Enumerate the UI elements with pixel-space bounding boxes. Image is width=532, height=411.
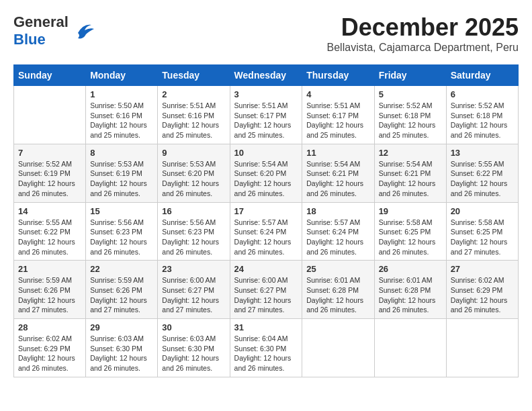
calendar-week-5: 28Sunrise: 6:02 AM Sunset: 6:29 PM Dayli…: [14, 319, 519, 377]
day-info: Sunrise: 5:58 AM Sunset: 6:25 PM Dayligh…: [379, 218, 442, 257]
calendar-cell: 8Sunrise: 5:53 AM Sunset: 6:19 PM Daylig…: [86, 144, 158, 202]
day-number: 15: [90, 206, 153, 216]
day-number: 27: [451, 264, 514, 274]
calendar-cell: 19Sunrise: 5:58 AM Sunset: 6:25 PM Dayli…: [374, 202, 446, 261]
calendar-cell: 22Sunrise: 5:59 AM Sunset: 6:26 PM Dayli…: [86, 261, 158, 319]
weekday-header-saturday: Saturday: [446, 65, 518, 86]
day-info: Sunrise: 5:51 AM Sunset: 6:17 PM Dayligh…: [234, 101, 298, 140]
calendar-cell: 11Sunrise: 5:54 AM Sunset: 6:21 PM Dayli…: [302, 144, 374, 202]
day-number: 8: [90, 148, 153, 158]
calendar-week-3: 14Sunrise: 5:55 AM Sunset: 6:22 PM Dayli…: [14, 202, 519, 261]
calendar-table: SundayMondayTuesdayWednesdayThursdayFrid…: [13, 64, 519, 377]
subtitle: Bellavista, Cajamarca Department, Peru: [327, 42, 519, 54]
day-info: Sunrise: 5:56 AM Sunset: 6:23 PM Dayligh…: [90, 218, 153, 257]
calendar-cell: [446, 319, 518, 377]
day-info: Sunrise: 5:58 AM Sunset: 6:25 PM Dayligh…: [451, 218, 514, 257]
calendar-week-2: 7Sunrise: 5:52 AM Sunset: 6:19 PM Daylig…: [14, 144, 519, 202]
calendar-cell: 21Sunrise: 5:59 AM Sunset: 6:26 PM Dayli…: [14, 261, 86, 319]
calendar-cell: 14Sunrise: 5:55 AM Sunset: 6:22 PM Dayli…: [14, 202, 86, 261]
logo-bird-icon: [71, 21, 95, 41]
day-number: 21: [18, 264, 81, 274]
day-number: 25: [306, 264, 369, 274]
calendar-cell: [302, 319, 374, 377]
calendar-cell: 30Sunrise: 6:03 AM Sunset: 6:30 PM Dayli…: [158, 319, 230, 377]
day-info: Sunrise: 5:51 AM Sunset: 6:16 PM Dayligh…: [162, 101, 225, 140]
title-section: December 2025 Bellavista, Cajamarca Depa…: [327, 13, 519, 54]
day-info: Sunrise: 5:52 AM Sunset: 6:18 PM Dayligh…: [451, 101, 514, 140]
day-info: Sunrise: 5:52 AM Sunset: 6:18 PM Dayligh…: [379, 101, 442, 140]
calendar-cell: 24Sunrise: 6:00 AM Sunset: 6:27 PM Dayli…: [230, 261, 302, 319]
day-number: 5: [379, 89, 442, 99]
day-number: 1: [90, 89, 153, 99]
logo: General Blue: [13, 13, 95, 48]
day-number: 6: [451, 89, 514, 99]
day-number: 4: [306, 89, 369, 99]
calendar-week-4: 21Sunrise: 5:59 AM Sunset: 6:26 PM Dayli…: [14, 261, 519, 319]
day-number: 30: [162, 322, 225, 332]
logo-blue: Blue: [13, 31, 46, 48]
calendar-cell: [14, 86, 86, 144]
calendar-cell: 20Sunrise: 5:58 AM Sunset: 6:25 PM Dayli…: [446, 202, 518, 261]
weekday-header-monday: Monday: [86, 65, 158, 86]
calendar-cell: 31Sunrise: 6:04 AM Sunset: 6:30 PM Dayli…: [230, 319, 302, 377]
day-number: 2: [162, 89, 225, 99]
weekday-header-friday: Friday: [374, 65, 446, 86]
day-number: 28: [18, 322, 81, 332]
day-info: Sunrise: 6:00 AM Sunset: 6:27 PM Dayligh…: [162, 275, 225, 315]
day-number: 20: [451, 206, 514, 216]
day-info: Sunrise: 5:59 AM Sunset: 6:26 PM Dayligh…: [90, 275, 153, 315]
calendar-cell: 7Sunrise: 5:52 AM Sunset: 6:19 PM Daylig…: [14, 144, 86, 202]
calendar-cell: 12Sunrise: 5:54 AM Sunset: 6:21 PM Dayli…: [374, 144, 446, 202]
day-info: Sunrise: 5:59 AM Sunset: 6:26 PM Dayligh…: [18, 275, 81, 315]
calendar-cell: 1Sunrise: 5:50 AM Sunset: 6:16 PM Daylig…: [86, 86, 158, 144]
calendar-cell: 15Sunrise: 5:56 AM Sunset: 6:23 PM Dayli…: [86, 202, 158, 261]
day-info: Sunrise: 5:51 AM Sunset: 6:17 PM Dayligh…: [306, 101, 369, 140]
month-title: December 2025: [327, 13, 519, 42]
calendar-cell: 5Sunrise: 5:52 AM Sunset: 6:18 PM Daylig…: [374, 86, 446, 144]
day-number: 29: [90, 322, 153, 332]
weekday-header-thursday: Thursday: [302, 65, 374, 86]
day-info: Sunrise: 6:01 AM Sunset: 6:28 PM Dayligh…: [306, 275, 369, 315]
day-info: Sunrise: 5:54 AM Sunset: 6:21 PM Dayligh…: [379, 159, 442, 199]
day-number: 23: [162, 264, 225, 274]
day-info: Sunrise: 5:56 AM Sunset: 6:23 PM Dayligh…: [162, 218, 225, 257]
day-number: 10: [234, 148, 298, 158]
day-info: Sunrise: 5:55 AM Sunset: 6:22 PM Dayligh…: [451, 159, 514, 199]
day-info: Sunrise: 5:53 AM Sunset: 6:19 PM Dayligh…: [90, 159, 153, 199]
day-number: 16: [162, 206, 225, 216]
day-info: Sunrise: 5:50 AM Sunset: 6:16 PM Dayligh…: [90, 101, 153, 140]
day-number: 24: [234, 264, 298, 274]
calendar-cell: 10Sunrise: 5:54 AM Sunset: 6:20 PM Dayli…: [230, 144, 302, 202]
day-info: Sunrise: 5:57 AM Sunset: 6:24 PM Dayligh…: [306, 218, 369, 257]
day-info: Sunrise: 5:53 AM Sunset: 6:20 PM Dayligh…: [162, 159, 225, 199]
weekday-header-tuesday: Tuesday: [158, 65, 230, 86]
day-number: 31: [234, 322, 298, 332]
day-info: Sunrise: 6:02 AM Sunset: 6:29 PM Dayligh…: [18, 334, 81, 373]
calendar-cell: 26Sunrise: 6:01 AM Sunset: 6:28 PM Dayli…: [374, 261, 446, 319]
day-number: 17: [234, 206, 298, 216]
day-number: 18: [306, 206, 369, 216]
day-number: 22: [90, 264, 153, 274]
day-number: 7: [18, 148, 81, 158]
calendar-cell: 4Sunrise: 5:51 AM Sunset: 6:17 PM Daylig…: [302, 86, 374, 144]
calendar-cell: 13Sunrise: 5:55 AM Sunset: 6:22 PM Dayli…: [446, 144, 518, 202]
day-info: Sunrise: 5:55 AM Sunset: 6:22 PM Dayligh…: [18, 218, 81, 257]
day-info: Sunrise: 6:02 AM Sunset: 6:29 PM Dayligh…: [451, 275, 514, 315]
day-info: Sunrise: 5:54 AM Sunset: 6:20 PM Dayligh…: [234, 159, 298, 199]
day-info: Sunrise: 6:03 AM Sunset: 6:30 PM Dayligh…: [162, 334, 225, 373]
day-number: 13: [451, 148, 514, 158]
day-number: 9: [162, 148, 225, 158]
day-info: Sunrise: 6:01 AM Sunset: 6:28 PM Dayligh…: [379, 275, 442, 315]
calendar-cell: 3Sunrise: 5:51 AM Sunset: 6:17 PM Daylig…: [230, 86, 302, 144]
weekday-header-wednesday: Wednesday: [230, 65, 302, 86]
calendar-cell: 6Sunrise: 5:52 AM Sunset: 6:18 PM Daylig…: [446, 86, 518, 144]
calendar-cell: 25Sunrise: 6:01 AM Sunset: 6:28 PM Dayli…: [302, 261, 374, 319]
calendar-header-row: SundayMondayTuesdayWednesdayThursdayFrid…: [14, 65, 519, 86]
day-number: 12: [379, 148, 442, 158]
day-number: 11: [306, 148, 369, 158]
day-number: 19: [379, 206, 442, 216]
day-info: Sunrise: 6:00 AM Sunset: 6:27 PM Dayligh…: [234, 275, 298, 315]
calendar-cell: 23Sunrise: 6:00 AM Sunset: 6:27 PM Dayli…: [158, 261, 230, 319]
calendar-week-1: 1Sunrise: 5:50 AM Sunset: 6:16 PM Daylig…: [14, 86, 519, 144]
day-info: Sunrise: 5:54 AM Sunset: 6:21 PM Dayligh…: [306, 159, 369, 199]
